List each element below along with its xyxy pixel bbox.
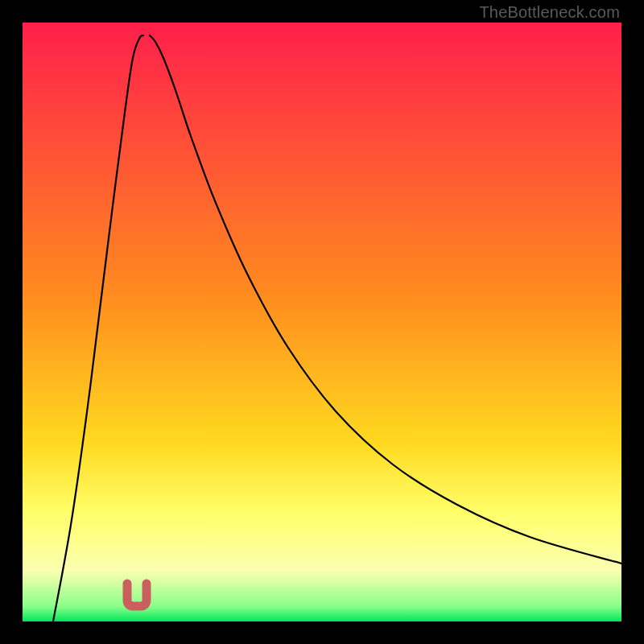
chart-frame: [23, 23, 621, 621]
attribution-label: TheBottleneck.com: [479, 3, 620, 22]
bottleneck-curve: [23, 23, 621, 621]
